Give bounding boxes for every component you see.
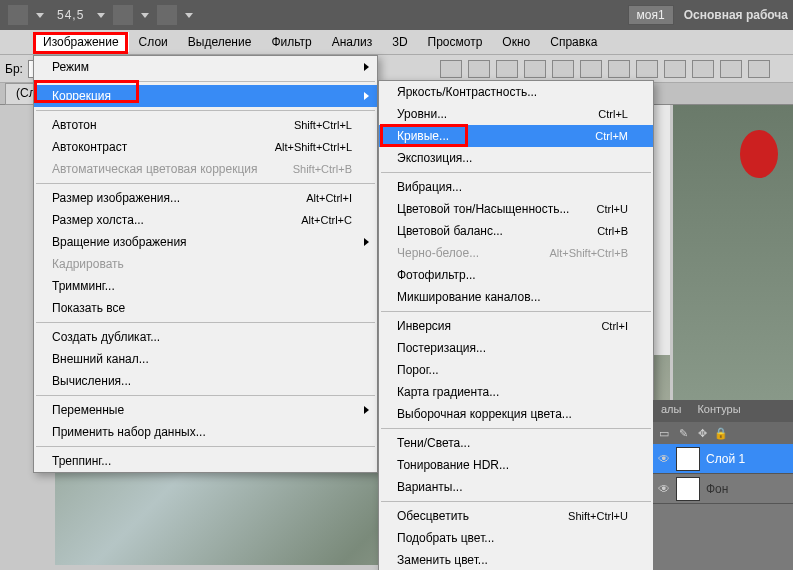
menu-item-label: Вибрация... bbox=[397, 180, 462, 194]
menu-item[interactable]: Цветовой тон/Насыщенность...Ctrl+U bbox=[379, 198, 653, 220]
menu-item[interactable]: Варианты... bbox=[379, 476, 653, 498]
menu-item-label: Автоматическая цветовая коррекция bbox=[52, 162, 258, 176]
menu-справка[interactable]: Справка bbox=[540, 32, 607, 52]
menu-item[interactable]: Цветовой баланс...Ctrl+B bbox=[379, 220, 653, 242]
menu-item[interactable]: Экспозиция... bbox=[379, 147, 653, 169]
menu-item[interactable]: Фотофильтр... bbox=[379, 264, 653, 286]
menu-item[interactable]: Кривые...Ctrl+M bbox=[379, 125, 653, 147]
menu-item[interactable]: АвтоконтрастAlt+Shift+Ctrl+L bbox=[34, 136, 377, 158]
align-icon[interactable] bbox=[468, 60, 490, 78]
panel-tab[interactable]: Контуры bbox=[689, 400, 748, 422]
align-icon[interactable] bbox=[552, 60, 574, 78]
menu-item[interactable]: Вычисления... bbox=[34, 370, 377, 392]
layer-thumb bbox=[676, 447, 700, 471]
menu-item[interactable]: Тонирование HDR... bbox=[379, 454, 653, 476]
menu-item[interactable]: Подобрать цвет... bbox=[379, 527, 653, 549]
menu-item[interactable]: Применить набор данных... bbox=[34, 421, 377, 443]
visibility-icon[interactable]: 👁 bbox=[658, 482, 672, 496]
visibility-icon[interactable]: 👁 bbox=[658, 452, 672, 466]
submenu-arrow-icon bbox=[364, 238, 369, 246]
menu-item[interactable]: Заменить цвет... bbox=[379, 549, 653, 570]
menu-item[interactable]: Карта градиента... bbox=[379, 381, 653, 403]
menu-item[interactable]: Размер холста...Alt+Ctrl+C bbox=[34, 209, 377, 231]
panel-icon[interactable]: ▭ bbox=[656, 425, 672, 441]
menu-item[interactable]: Выборочная коррекция цвета... bbox=[379, 403, 653, 425]
panel-tabs: алы Контуры bbox=[653, 400, 793, 422]
menu-item[interactable]: Создать дубликат... bbox=[34, 326, 377, 348]
dropdown-icon[interactable] bbox=[141, 13, 149, 18]
layer-thumb bbox=[676, 477, 700, 501]
align-icon[interactable] bbox=[692, 60, 714, 78]
align-icon[interactable] bbox=[580, 60, 602, 78]
menu-item[interactable]: Микширование каналов... bbox=[379, 286, 653, 308]
separator bbox=[381, 311, 651, 312]
menu-item[interactable]: Показать все bbox=[34, 297, 377, 319]
menu-item[interactable]: Уровни...Ctrl+L bbox=[379, 103, 653, 125]
panel-icon[interactable]: 🔒 bbox=[713, 425, 729, 441]
shortcut: Ctrl+B bbox=[597, 225, 628, 237]
menu-выделение[interactable]: Выделение bbox=[178, 32, 262, 52]
menu-item[interactable]: АвтотонShift+Ctrl+L bbox=[34, 114, 377, 136]
workspace-button[interactable]: моя1 bbox=[628, 5, 674, 25]
app-icon[interactable] bbox=[8, 5, 28, 25]
panel-icon[interactable]: ✎ bbox=[675, 425, 691, 441]
align-icon[interactable] bbox=[748, 60, 770, 78]
menu-item[interactable]: ОбесцветитьShift+Ctrl+U bbox=[379, 505, 653, 527]
menu-item-label: Вычисления... bbox=[52, 374, 131, 388]
view-icon[interactable] bbox=[113, 5, 133, 25]
align-icon[interactable] bbox=[636, 60, 658, 78]
photo-bg bbox=[673, 105, 793, 415]
dropdown-icon[interactable] bbox=[36, 13, 44, 18]
menu-item-label: Заменить цвет... bbox=[397, 553, 488, 567]
menu-item-label: Кадрировать bbox=[52, 257, 124, 271]
label: Бр: bbox=[5, 62, 23, 76]
menu-item[interactable]: Вращение изображения bbox=[34, 231, 377, 253]
menu-item[interactable]: Внешний канал... bbox=[34, 348, 377, 370]
menu-item[interactable]: Постеризация... bbox=[379, 337, 653, 359]
align-icon[interactable] bbox=[496, 60, 518, 78]
menu-item-label: Выборочная коррекция цвета... bbox=[397, 407, 572, 421]
menu-item-label: Тримминг... bbox=[52, 279, 115, 293]
menu-item[interactable]: Тримминг... bbox=[34, 275, 377, 297]
menu-item[interactable]: Порог... bbox=[379, 359, 653, 381]
dropdown-icon[interactable] bbox=[185, 13, 193, 18]
menu-item-label: Переменные bbox=[52, 403, 124, 417]
menu-просмотр[interactable]: Просмотр bbox=[418, 32, 493, 52]
menu-item-label: Фотофильтр... bbox=[397, 268, 476, 282]
menu-item[interactable]: ИнверсияCtrl+I bbox=[379, 315, 653, 337]
adjustments-submenu: Яркость/Контрастность...Уровни...Ctrl+LК… bbox=[378, 80, 654, 570]
menu-item[interactable]: Размер изображения...Alt+Ctrl+I bbox=[34, 187, 377, 209]
menu-item[interactable]: Режим bbox=[34, 56, 377, 78]
screen-icon[interactable] bbox=[157, 5, 177, 25]
menu-item: Автоматическая цветовая коррекцияShift+C… bbox=[34, 158, 377, 180]
align-icon[interactable] bbox=[664, 60, 686, 78]
panel-tab[interactable]: алы bbox=[653, 400, 689, 422]
align-icon[interactable] bbox=[524, 60, 546, 78]
menu-item-label: Тонирование HDR... bbox=[397, 458, 509, 472]
layer-row[interactable]: 👁Слой 1 bbox=[653, 444, 793, 474]
menu-item[interactable]: Тени/Света... bbox=[379, 432, 653, 454]
menu-item[interactable]: Переменные bbox=[34, 399, 377, 421]
menu-фильтр[interactable]: Фильтр bbox=[261, 32, 321, 52]
align-icon[interactable] bbox=[440, 60, 462, 78]
menu-3d[interactable]: 3D bbox=[382, 32, 417, 52]
menu-окно[interactable]: Окно bbox=[492, 32, 540, 52]
shortcut: Ctrl+U bbox=[597, 203, 628, 215]
menu-изображение[interactable]: Изображение bbox=[33, 32, 129, 52]
menu-item[interactable]: Треппинг... bbox=[34, 450, 377, 472]
align-icon[interactable] bbox=[720, 60, 742, 78]
layer-row[interactable]: 👁Фон bbox=[653, 474, 793, 504]
separator bbox=[36, 322, 375, 323]
dropdown-icon[interactable] bbox=[97, 13, 105, 18]
shortcut: Alt+Ctrl+I bbox=[306, 192, 352, 204]
zoom-value[interactable]: 54,5 bbox=[57, 8, 84, 22]
menu-item-label: Карта градиента... bbox=[397, 385, 499, 399]
panel-icon[interactable]: ✥ bbox=[694, 425, 710, 441]
menu-анализ[interactable]: Анализ bbox=[322, 32, 383, 52]
menu-item-label: Коррекция bbox=[52, 89, 111, 103]
menu-слои[interactable]: Слои bbox=[129, 32, 178, 52]
align-icon[interactable] bbox=[608, 60, 630, 78]
menu-item[interactable]: Вибрация... bbox=[379, 176, 653, 198]
menu-item[interactable]: Яркость/Контрастность... bbox=[379, 81, 653, 103]
menu-item[interactable]: Коррекция bbox=[34, 85, 377, 107]
